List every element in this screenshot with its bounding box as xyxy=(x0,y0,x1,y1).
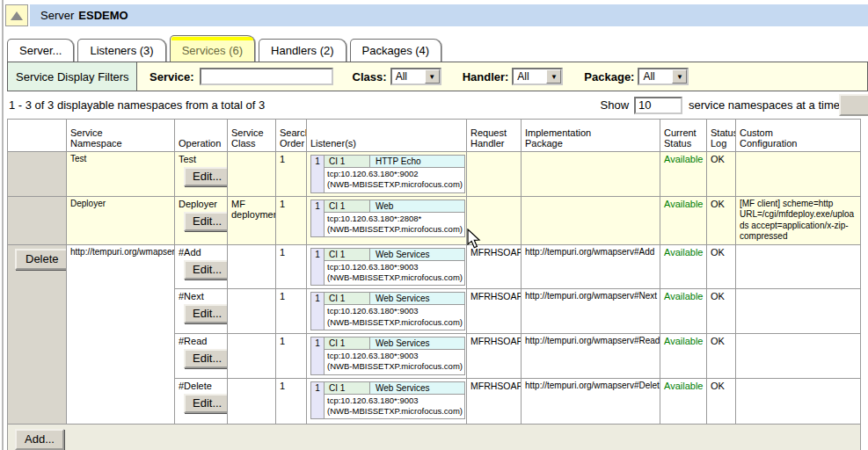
listener-host: (NWB-MBISSETXP.microfocus.com) xyxy=(327,272,463,283)
tab-handlers[interactable]: Handlers (2) xyxy=(259,39,346,62)
selected-tab-stripe xyxy=(171,37,253,40)
listener-address: tcp:10.120.63.180*:9003 xyxy=(327,306,463,316)
service-filter-label: Service: xyxy=(150,70,194,83)
collapse-toggle-button[interactable] xyxy=(5,4,28,26)
show-count-input[interactable] xyxy=(634,97,682,114)
add-button[interactable]: Add... xyxy=(15,429,64,450)
implementation-package-cell: http://tempuri.org/wmapserv#Delete xyxy=(522,378,660,424)
tab-listeners[interactable]: Listeners (3) xyxy=(77,39,165,62)
listener-index: 1 xyxy=(311,249,325,286)
server-header-bar: Server ESDEMO xyxy=(30,4,868,26)
listener-host: (NWB-MBISSETXP.microfocus.com) xyxy=(327,361,463,372)
status-log-cell: OK xyxy=(707,244,736,289)
listener-address: tcp:10.120.63.180*:9003 xyxy=(327,351,463,361)
service-class-cell xyxy=(228,152,276,197)
summary-row: 1 - 3 of 3 displayable namespaces from a… xyxy=(7,91,868,119)
current-status-value: Available xyxy=(664,381,703,391)
show-count-group: Show service namespaces at a time xyxy=(601,97,841,114)
server-name: ESDEMO xyxy=(78,9,128,22)
operation-cell: Test Edit... xyxy=(175,152,228,197)
request-handler-cell: MFRHSOAP xyxy=(467,378,522,424)
listener-address: tcp:10.120.63.180*:9003 xyxy=(327,262,463,272)
search-order-cell: 1 xyxy=(276,334,307,379)
listener-card: 1 CI 1 Web Services tcp:10.120.63.180*:9… xyxy=(310,292,465,330)
edit-button[interactable]: Edit... xyxy=(184,349,228,368)
column-header-listeners: Listener(s) xyxy=(307,120,467,152)
cursor-icon xyxy=(467,229,482,250)
current-status-value: Available xyxy=(664,154,703,164)
listener-index: 1 xyxy=(311,293,325,330)
search-order-cell: 1 xyxy=(276,378,307,424)
page: Server ESDEMO Server... Listeners (3) Se… xyxy=(0,0,868,450)
custom-configuration-cell: [MF client] scheme=http URL=/cgi/mfdeplo… xyxy=(736,196,861,244)
operation-label: #Add xyxy=(179,247,223,258)
edit-button[interactable]: Edit... xyxy=(184,167,228,186)
listener-address: tcp:10.120.63.180*:9002 xyxy=(327,169,463,179)
column-header-operation: Operation xyxy=(175,120,228,152)
listener-conversation-chip: CI 1 xyxy=(325,293,370,304)
paging-button-partial[interactable] xyxy=(839,94,868,116)
tab-label: Server... xyxy=(19,44,62,57)
listener-conversation-chip: CI 1 xyxy=(325,156,370,167)
edit-button[interactable]: Edit... xyxy=(184,394,228,413)
listener-address: tcp:10.120.63.180*:2808* xyxy=(327,214,463,224)
edit-button[interactable]: Edit... xyxy=(184,304,228,323)
table-footer-cell: Add... xyxy=(8,424,861,450)
tab-label: Services (6) xyxy=(182,44,243,57)
implementation-package-cell: http://tempuri.org/wmapserv#Read xyxy=(522,334,660,379)
listener-index: 1 xyxy=(311,382,325,419)
class-filter-select[interactable]: All ▼ xyxy=(390,68,441,85)
chevron-down-icon: ▼ xyxy=(546,69,561,83)
package-filter-label: Package: xyxy=(584,70,634,83)
column-header-current-status: Current Status xyxy=(660,120,707,152)
edit-button[interactable]: Edit... xyxy=(184,212,228,231)
operation-cell: Deployer Edit... xyxy=(175,196,228,244)
handler-filter-label: Handler: xyxy=(463,70,509,83)
current-status-value: Available xyxy=(664,291,703,301)
column-header-implementation-package: Implementation Package xyxy=(522,120,660,152)
listener-name: HTTP Echo xyxy=(370,156,464,167)
operation-label: #Delete xyxy=(179,381,223,391)
listener-name: Web Services xyxy=(370,382,464,394)
tab-services[interactable]: Services (6) xyxy=(170,35,255,62)
row-actions-cell xyxy=(8,152,67,197)
listener-card: 1 CI 1 Web tcp:10.120.63.180*:2808* (NWB… xyxy=(310,200,465,238)
header-row: Service Namespace Operation Service Clas… xyxy=(8,120,861,152)
service-filter-input[interactable] xyxy=(200,68,333,85)
service-class-cell xyxy=(228,378,276,424)
package-filter-select[interactable]: All ▼ xyxy=(638,68,689,85)
custom-configuration-cell xyxy=(736,289,861,334)
listener-name: Web Services xyxy=(370,338,464,349)
tab-label: Listeners (3) xyxy=(90,44,153,57)
listeners-cell: 1 CI 1 Web Services tcp:10.120.63.180*:9… xyxy=(307,244,467,289)
status-log-cell: OK xyxy=(707,334,736,379)
column-header-request-handler: Request Handler xyxy=(467,120,522,152)
service-class-cell xyxy=(228,244,276,289)
listeners-cell: 1 CI 1 Web Services tcp:10.120.63.180*:9… xyxy=(307,334,467,379)
service-namespace-cell: Test xyxy=(67,152,175,197)
request-handler-cell: MFRHSOAP xyxy=(467,289,522,334)
chevron-down-icon: ▼ xyxy=(425,69,440,83)
tab-server[interactable]: Server... xyxy=(7,39,74,62)
edit-button[interactable]: Edit... xyxy=(184,260,228,279)
results-summary-text: 1 - 3 of 3 displayable namespaces from a… xyxy=(9,98,265,112)
chevron-down-icon: ▼ xyxy=(672,69,687,83)
listener-card: 1 CI 1 Web Services tcp:10.120.63.180*:9… xyxy=(310,248,465,287)
status-log-cell: OK xyxy=(707,289,736,334)
listener-card: 1 CI 1 Web Services tcp:10.120.63.180*:9… xyxy=(310,381,465,420)
service-row: Delete http://tempuri.org/wmapserv #Add … xyxy=(8,244,861,289)
tab-packages[interactable]: Packages (4) xyxy=(350,39,442,62)
service-row: Test Test Edit... 1 1 CI 1 HTTP Echo xyxy=(8,152,861,197)
listeners-cell: 1 CI 1 Web Services tcp:10.120.63.180*:9… xyxy=(307,289,467,334)
custom-configuration-cell xyxy=(736,152,861,197)
status-log-cell: OK xyxy=(707,378,736,424)
filter-bar: Service Display Filters Service: Class: … xyxy=(7,62,868,91)
services-table: Service Namespace Operation Service Clas… xyxy=(7,119,861,450)
column-header-status-log: Status Log xyxy=(707,120,736,152)
status-log-cell: OK xyxy=(707,196,736,244)
listener-host: (NWB-MBISSETXP.microfocus.com) xyxy=(327,179,463,190)
handler-filter-select[interactable]: All ▼ xyxy=(512,68,563,85)
listeners-cell: 1 CI 1 Web Services tcp:10.120.63.180*:9… xyxy=(307,378,467,424)
column-header-search-order: Search Order xyxy=(276,120,307,152)
delete-button[interactable]: Delete xyxy=(15,249,67,270)
